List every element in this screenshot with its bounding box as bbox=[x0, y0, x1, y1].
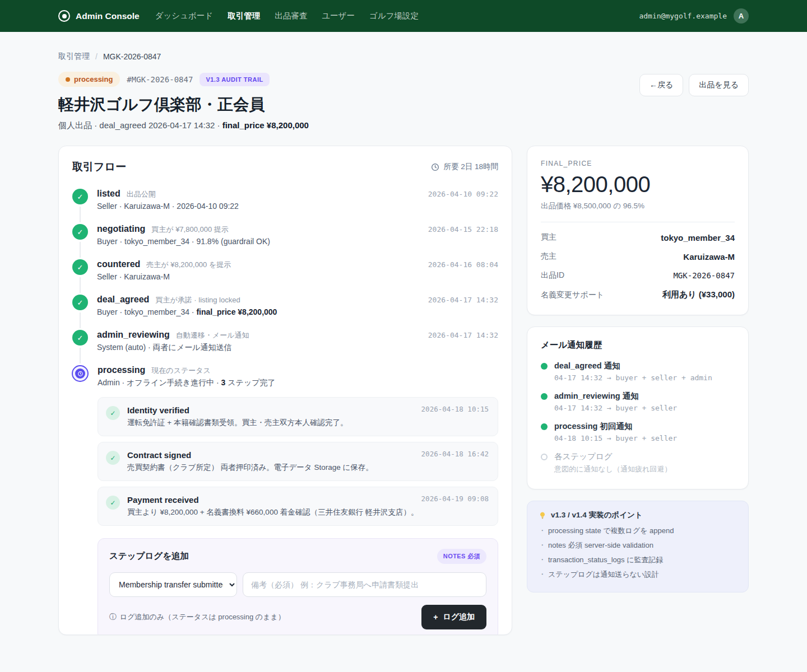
not-sent-circle-icon bbox=[541, 454, 548, 460]
page-title: 軽井沢ゴルフ倶楽部・正会員 bbox=[58, 94, 309, 115]
timeline-step-countered: ✓countered売主が ¥8,200,000 を提示Seller · Kar… bbox=[72, 259, 498, 282]
flow-duration: 所要 2日 18時間 bbox=[431, 162, 498, 172]
step-type-select[interactable]: Membership transfer submitted bbox=[109, 572, 237, 597]
sent-dot-icon bbox=[541, 423, 548, 430]
step-note: 買主が ¥7,800,000 提示 bbox=[151, 225, 229, 235]
substep-card: ✓Identity verified運転免許証 + 本籍確認書類受領。買主・売主… bbox=[98, 397, 498, 436]
substep-timestamp: 2026-04-19 09:08 bbox=[421, 494, 489, 503]
nav-link-ダッシュボード[interactable]: ダッシュボード bbox=[155, 11, 214, 21]
mail-item-title: admin_reviewing 通知 bbox=[554, 391, 677, 402]
sent-dot-icon bbox=[541, 393, 548, 400]
status-dot-icon bbox=[66, 77, 70, 82]
step-name: admin_reviewing bbox=[97, 330, 170, 340]
nav-link-出品審査[interactable]: 出品審査 bbox=[275, 11, 307, 21]
top-navbar: Admin Console ダッシュボード取引管理出品審査ユーザーゴルフ場設定 … bbox=[0, 0, 807, 32]
step-done-check-icon: ✓ bbox=[72, 259, 88, 275]
step-done-check-icon: ✓ bbox=[72, 295, 88, 310]
mail-history-item: deal_agreed 通知04-17 14:32 → buyer + sell… bbox=[541, 361, 735, 382]
clock-icon bbox=[431, 163, 439, 171]
log-only-note: ⓘ ログ追加のみ（ステータスは processing のまま） bbox=[109, 612, 285, 622]
hint-bullet: processing state で複数ログを append bbox=[539, 526, 737, 536]
step-timestamp: 2026-04-17 14:32 bbox=[428, 296, 498, 304]
step-note: 現在のステータス bbox=[151, 366, 211, 376]
transaction-id-badge: #MGK-2026-0847 bbox=[127, 75, 193, 84]
step-detail: Admin · オフライン手続き進行中 · 3 ステップ完了 bbox=[98, 378, 498, 388]
step-detail: Seller · Karuizawa-M · 2026-04-10 09:22 bbox=[97, 202, 414, 211]
price-row-label: 出品ID bbox=[541, 270, 564, 281]
substep-card: ✓Payment received買主より ¥8,200,000 + 名義書換料… bbox=[98, 487, 498, 526]
step-timestamp: 2026-04-10 09:22 bbox=[428, 190, 498, 198]
hint-bullet: transaction_status_logs に監査記録 bbox=[539, 555, 737, 565]
price-row: 名義変更サポート利用あり (¥33,000) bbox=[541, 290, 735, 300]
back-button[interactable]: ←戻る bbox=[639, 74, 683, 96]
page-subtitle: 個人出品 · deal_agreed 2026-04-17 14:32 · fi… bbox=[58, 120, 309, 131]
account-email: admin@mygolf.example bbox=[639, 12, 727, 20]
substep-check-icon: ✓ bbox=[106, 451, 120, 465]
timeline-step-deal_agreed: ✓deal_agreed買主が承諾 · listing lockedBuyer … bbox=[72, 295, 498, 318]
mail-history-item: admin_reviewing 通知04-17 14:32 → buyer + … bbox=[541, 391, 735, 412]
substep-description: 買主より ¥8,200,000 + 名義書換料 ¥660,000 着金確認（三井… bbox=[127, 507, 418, 517]
avatar[interactable]: A bbox=[734, 8, 749, 24]
processing-clock-icon bbox=[72, 365, 89, 382]
transaction-flow-card: 取引フロー 所要 2日 18時間 ✓listed出品公開Seller · Kar… bbox=[58, 146, 512, 635]
substep-description: 運転免許証 + 本籍確認書類受領。買主・売主双方本人確認完了。 bbox=[127, 418, 347, 428]
price-row-label: 買主 bbox=[541, 232, 556, 242]
step-timestamp: 2026-04-16 08:04 bbox=[428, 260, 498, 269]
substep-timestamp: 2026-04-18 16:42 bbox=[421, 450, 489, 458]
price-label: FINAL_PRICE bbox=[541, 160, 735, 167]
final-price-card: FINAL_PRICE ¥8,200,000 出品価格 ¥8,500,000 の… bbox=[527, 146, 749, 315]
timeline-step-listed: ✓listed出品公開Seller · Karuizawa-M · 2026-0… bbox=[72, 189, 498, 212]
price-row-label: 売主 bbox=[541, 251, 556, 262]
step-detail: Seller · Karuizawa-M bbox=[97, 272, 414, 281]
step-done-check-icon: ✓ bbox=[72, 224, 88, 240]
timeline-step-negotiating: ✓negotiating買主が ¥7,800,000 提示Buyer · tok… bbox=[72, 224, 498, 247]
step-timestamp: 2026-04-15 22:18 bbox=[428, 225, 498, 234]
price-subtext: 出品価格 ¥8,500,000 の 96.5% bbox=[541, 201, 735, 211]
step-note: 売主が ¥8,200,000 を提示 bbox=[146, 260, 231, 270]
step-detail: System (auto) · 両者にメール通知送信 bbox=[97, 343, 414, 353]
mail-item-title: deal_agreed 通知 bbox=[554, 361, 712, 371]
price-row-value: Karuizawa-M bbox=[683, 252, 735, 262]
price-row: 買主tokyo_member_34 bbox=[541, 232, 735, 242]
divider bbox=[541, 222, 735, 222]
mail-history-item: 各ステップログ意図的に通知なし（通知疲れ回避） bbox=[541, 451, 735, 474]
step-name: listed bbox=[97, 189, 120, 199]
mail-item-detail: 04-17 14:32 → buyer + seller + admin bbox=[554, 374, 712, 382]
notes-input[interactable] bbox=[243, 572, 486, 597]
nav-link-ユーザー[interactable]: ユーザー bbox=[322, 11, 355, 21]
hints-title: v1.3 / v1.4 実装のポイント bbox=[551, 510, 643, 520]
plus-icon: + bbox=[433, 613, 438, 622]
mail-history-title: メール通知履歴 bbox=[541, 339, 735, 351]
substep-title: Identity verified bbox=[127, 405, 347, 415]
notes-required-badge: NOTES 必須 bbox=[437, 549, 486, 564]
nav-link-取引管理[interactable]: 取引管理 bbox=[228, 11, 260, 21]
price-row-label: 名義変更サポート bbox=[541, 290, 604, 300]
breadcrumb-separator: / bbox=[95, 52, 98, 61]
add-log-button[interactable]: + ログ追加 bbox=[421, 605, 486, 629]
substep-timestamp: 2026-04-18 10:15 bbox=[421, 405, 489, 413]
hint-bullet: notes 必須 server-side validation bbox=[539, 540, 737, 550]
mail-history-item: processing 初回通知04-18 10:15 → buyer + sel… bbox=[541, 421, 735, 442]
mail-item-detail: 04-17 14:32 → buyer + seller bbox=[554, 404, 677, 412]
breadcrumb-root[interactable]: 取引管理 bbox=[58, 52, 90, 62]
breadcrumb: 取引管理 / MGK-2026-0847 bbox=[58, 52, 749, 62]
view-listing-button[interactable]: 出品を見る bbox=[689, 74, 749, 96]
sent-dot-icon bbox=[541, 363, 548, 370]
step-name: deal_agreed bbox=[97, 295, 149, 305]
audit-trail-badge: V1.3 AUDIT TRAIL bbox=[200, 73, 269, 86]
step-note: 自動遷移・メール通知 bbox=[176, 330, 249, 340]
app-logo-icon bbox=[58, 10, 70, 22]
substep-card: ✓Contract signed売買契約書（クラブ所定） 両者押印済み。電子デー… bbox=[98, 442, 498, 481]
step-detail: Buyer · tokyo_member_34 · 91.8% (guardra… bbox=[97, 237, 414, 246]
step-done-check-icon: ✓ bbox=[72, 189, 88, 204]
step-name: negotiating bbox=[97, 224, 145, 234]
price-row: 出品IDMGK-2026-0847 bbox=[541, 270, 735, 281]
step-note: 出品公開 bbox=[127, 189, 156, 199]
price-row-value: tokyo_member_34 bbox=[661, 233, 735, 242]
substep-title: Contract signed bbox=[127, 450, 373, 460]
price-amount: ¥8,200,000 bbox=[541, 172, 735, 197]
price-row-value: MGK-2026-0847 bbox=[673, 271, 735, 280]
implementation-hints-card: v1.3 / v1.4 実装のポイント processing state で複数… bbox=[527, 501, 749, 592]
lightbulb-icon bbox=[539, 511, 546, 520]
nav-link-ゴルフ場設定[interactable]: ゴルフ場設定 bbox=[369, 11, 419, 21]
